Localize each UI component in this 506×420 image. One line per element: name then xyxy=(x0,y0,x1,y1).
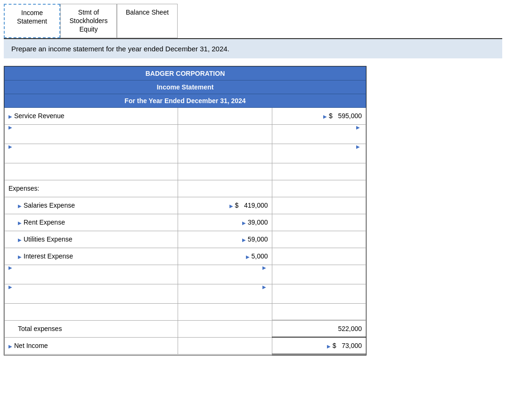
statement-container: BADGER CORPORATION Income Statement For … xyxy=(4,66,367,355)
instruction-text: Prepare an income statement for the year… xyxy=(11,45,229,53)
company-header-row: BADGER CORPORATION xyxy=(5,66,366,80)
empty-input-4b[interactable] xyxy=(182,290,268,305)
blank-2b xyxy=(178,303,272,320)
empty-right-4[interactable] xyxy=(272,284,366,303)
arrow-icon-util: ▶ xyxy=(18,237,22,242)
arrow-icon-2: ▶ xyxy=(8,144,12,149)
salaries-right[interactable] xyxy=(272,197,366,214)
empty-input-2a[interactable] xyxy=(8,150,174,165)
empty-row-3: ▶ ▶ xyxy=(5,265,366,284)
tabs-container: IncomeStatement Stmt ofStockholdersEquit… xyxy=(4,4,502,39)
arrow-icon-net-r: ▶ xyxy=(327,344,331,349)
tab-income-label: IncomeStatement xyxy=(17,9,47,25)
interest-label: ▶Interest Expense xyxy=(5,248,178,265)
arrow-icon-rent: ▶ xyxy=(18,220,22,226)
company-name: BADGER CORPORATION xyxy=(5,66,366,80)
net-income-label: ▶Net Income xyxy=(5,337,178,354)
empty-row-1: ▶ ▶ xyxy=(5,124,366,144)
statement-title: Income Statement xyxy=(5,80,366,94)
tab-stockholders-equity[interactable]: Stmt ofStockholdersEquity xyxy=(60,4,117,38)
empty-input-2b[interactable] xyxy=(182,146,268,161)
arrow-icon-1: ▶ xyxy=(8,125,12,130)
statement-period: For the Year Ended December 31, 2024 xyxy=(5,94,366,107)
empty-input-4a[interactable] xyxy=(8,290,174,305)
arrow-icon-int: ▶ xyxy=(18,254,22,259)
salaries-right-input[interactable] xyxy=(276,199,362,212)
net-income-mid[interactable] xyxy=(178,337,272,354)
service-revenue-row: Service Revenue ▶$ 595,000 xyxy=(5,107,366,124)
interest-mid: ▶5,000 xyxy=(178,248,272,265)
arrow-icon-1r: ▶ xyxy=(356,125,360,130)
expenses-label-row: Expenses: xyxy=(5,180,366,197)
title-row: Income Statement xyxy=(5,80,366,94)
salaries-mid: ▶$ 419,000 xyxy=(178,197,272,214)
rent-label: ▶Rent Expense xyxy=(5,214,178,231)
arrow-icon-int-m: ▶ xyxy=(246,254,250,259)
empty-input-1a[interactable] xyxy=(8,130,174,145)
service-revenue-right: ▶$ 595,000 xyxy=(272,107,366,124)
net-income-right: ▶$ 73,000 xyxy=(272,337,366,354)
arrow-icon-rent-m: ▶ xyxy=(242,220,246,226)
tab-income-statement[interactable]: IncomeStatement xyxy=(4,4,60,38)
empty-right-2[interactable]: ▶ xyxy=(272,144,366,163)
instruction-banner: Prepare an income statement for the year… xyxy=(4,39,502,58)
empty-input-4c[interactable] xyxy=(276,286,362,301)
empty-right-3[interactable] xyxy=(272,265,366,284)
utilities-right-input[interactable] xyxy=(276,233,362,246)
blank-row-1 xyxy=(5,163,366,180)
empty-row-2: ▶ ▶ xyxy=(5,144,366,163)
expenses-mid xyxy=(178,180,272,197)
empty-mid-2[interactable] xyxy=(178,144,272,163)
expenses-label: Expenses: xyxy=(5,180,178,197)
net-income-mid-input[interactable] xyxy=(182,339,268,352)
tab-balance-sheet[interactable]: Balance Sheet xyxy=(117,4,178,38)
empty-input-1c[interactable] xyxy=(276,130,362,145)
utilities-label: ▶Utilities Expense xyxy=(5,231,178,248)
net-income-row: ▶Net Income ▶$ 73,000 xyxy=(5,337,366,354)
empty-row-4: ▶ ▶ xyxy=(5,284,366,303)
interest-right-input[interactable] xyxy=(276,250,362,263)
utilities-row: ▶Utilities Expense ▶59,000 xyxy=(5,231,366,248)
empty-input-3b[interactable] xyxy=(182,271,268,286)
empty-input-1b[interactable] xyxy=(182,127,268,142)
total-expenses-label: Total expenses xyxy=(5,320,178,337)
empty-input-3c[interactable] xyxy=(276,267,362,282)
arrow-icon-4m: ▶ xyxy=(262,284,266,290)
arrow-icon-service-right: ▶ xyxy=(323,114,327,119)
tab-stockholders-label: Stmt ofStockholdersEquity xyxy=(70,8,108,33)
arrow-icon-service xyxy=(8,112,14,120)
empty-right-1[interactable]: ▶ xyxy=(272,124,366,144)
empty-label-2[interactable]: ▶ xyxy=(5,144,178,163)
blank-row-2 xyxy=(5,303,366,320)
salaries-label: ▶Salaries Expense xyxy=(5,197,178,214)
blank-1b xyxy=(178,163,272,180)
utilities-right[interactable] xyxy=(272,231,366,248)
empty-input-3a[interactable] xyxy=(8,271,174,286)
salaries-row: ▶Salaries Expense ▶$ 419,000 xyxy=(5,197,366,214)
service-revenue-mid-input[interactable] xyxy=(182,110,268,122)
interest-row: ▶Interest Expense ▶5,000 xyxy=(5,248,366,265)
blank-1c xyxy=(272,163,366,180)
service-revenue-mid[interactable] xyxy=(178,107,272,124)
empty-label-1[interactable]: ▶ xyxy=(5,124,178,144)
empty-mid-3[interactable]: ▶ xyxy=(178,265,272,284)
arrow-icon-3m: ▶ xyxy=(262,265,266,270)
rent-right[interactable] xyxy=(272,214,366,231)
empty-mid-1[interactable] xyxy=(178,124,272,144)
empty-label-4[interactable]: ▶ xyxy=(5,284,178,303)
empty-input-2c[interactable] xyxy=(276,150,362,165)
arrow-icon-2r: ▶ xyxy=(356,144,360,149)
period-row: For the Year Ended December 31, 2024 xyxy=(5,94,366,107)
service-revenue-label: Service Revenue xyxy=(5,107,178,124)
arrow-icon-3: ▶ xyxy=(8,265,12,270)
total-expenses-mid xyxy=(178,320,272,337)
empty-mid-4[interactable]: ▶ xyxy=(178,284,272,303)
expenses-right xyxy=(272,180,366,197)
rent-right-input[interactable] xyxy=(276,216,362,229)
empty-label-3[interactable]: ▶ xyxy=(5,265,178,284)
rent-mid: ▶39,000 xyxy=(178,214,272,231)
interest-right[interactable] xyxy=(272,248,366,265)
utilities-mid: ▶59,000 xyxy=(178,231,272,248)
arrow-icon-util-m: ▶ xyxy=(242,237,246,242)
blank-2a xyxy=(5,303,178,320)
